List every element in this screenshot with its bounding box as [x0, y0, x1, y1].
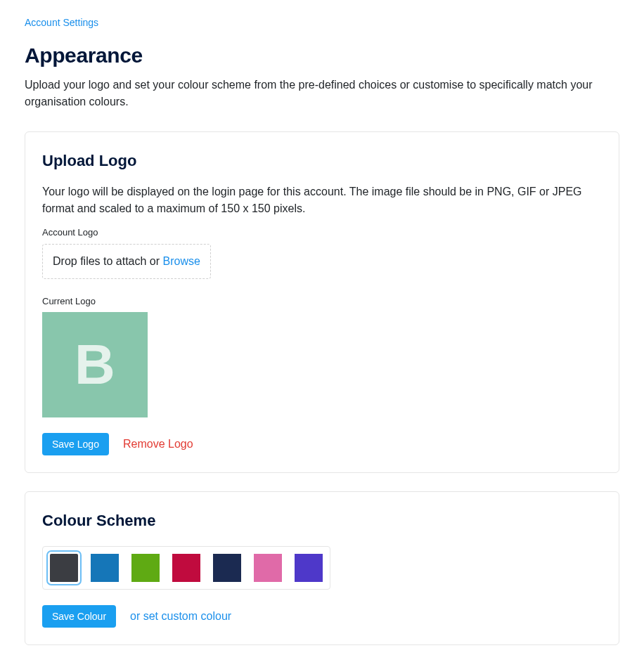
upload-logo-card: Upload Logo Your logo will be displayed …: [25, 131, 619, 473]
upload-logo-description: Your logo will be displayed on the login…: [42, 183, 602, 217]
logo-preview: B: [42, 312, 148, 417]
set-custom-colour-link[interactable]: or set custom colour: [130, 608, 231, 625]
page-title: Appearance: [25, 39, 619, 71]
colour-scheme-card: Colour Scheme Save Colour or set custom …: [25, 491, 619, 645]
browse-link[interactable]: Browse: [163, 255, 200, 267]
colour-swatch-row: [42, 546, 330, 590]
colour-swatch-2[interactable]: [131, 554, 160, 582]
file-dropzone[interactable]: Drop files to attach or Browse: [42, 244, 211, 279]
breadcrumb-account-settings[interactable]: Account Settings: [25, 17, 98, 28]
colour-swatch-5[interactable]: [254, 554, 282, 582]
colour-swatch-6[interactable]: [295, 554, 323, 582]
save-logo-button[interactable]: Save Logo: [42, 433, 109, 455]
page-subtitle: Upload your logo and set your colour sch…: [25, 77, 619, 110]
colour-scheme-heading: Colour Scheme: [42, 509, 602, 532]
account-logo-label: Account Logo: [42, 226, 602, 240]
dropzone-text: Drop files to attach or: [53, 255, 163, 267]
colour-swatch-1[interactable]: [91, 554, 119, 582]
current-logo-label: Current Logo: [42, 294, 602, 309]
upload-logo-heading: Upload Logo: [42, 149, 602, 172]
colour-swatch-4[interactable]: [213, 554, 241, 582]
colour-swatch-3[interactable]: [172, 554, 200, 582]
save-colour-button[interactable]: Save Colour: [42, 605, 116, 628]
colour-swatch-0[interactable]: [50, 554, 78, 582]
logo-letter: B: [75, 323, 115, 407]
remove-logo-link[interactable]: Remove Logo: [123, 436, 193, 453]
